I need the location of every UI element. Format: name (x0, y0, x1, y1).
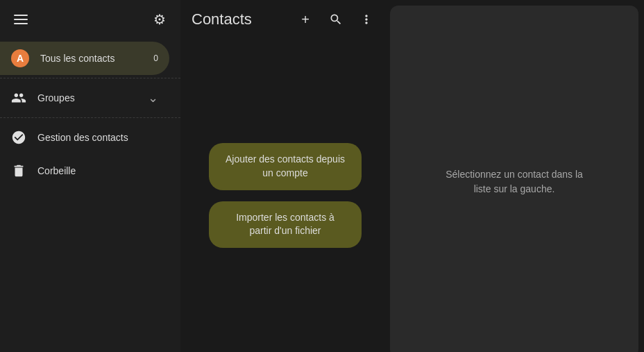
sidebar: ⚙ A Tous les contacts 0 Groupes ⌄ (0, 0, 180, 352)
sidebar-item-label: Groupes (37, 92, 137, 103)
sidebar-item-badge: 0 (144, 53, 158, 63)
right-panel: Sélectionnez un contact dans la liste su… (390, 6, 638, 352)
trash-icon (11, 163, 26, 178)
header-actions: + (293, 7, 379, 32)
sidebar-item-label: Gestion des contacts (37, 132, 158, 143)
hamburger-menu-icon[interactable] (11, 12, 31, 27)
sidebar-header: ⚙ (0, 0, 180, 39)
import-contacts-from-file-button[interactable]: Importer les contacts à partir d'un fich… (209, 201, 362, 248)
add-contacts-from-account-label: Ajouter des contacts depuis un compte (226, 153, 345, 178)
search-button[interactable] (323, 7, 348, 32)
sidebar-item-gestion-des-contacts[interactable]: Gestion des contacts (0, 121, 169, 154)
group-icon (11, 90, 26, 106)
sidebar-item-tous-les-contacts[interactable]: A Tous les contacts 0 (0, 42, 169, 75)
more-options-button[interactable] (354, 7, 379, 32)
nav-divider-2 (0, 117, 180, 118)
nav-divider (0, 78, 180, 78)
sidebar-item-label: Tous les contacts (40, 53, 133, 64)
page-title: Contacts (192, 10, 293, 28)
add-contact-button[interactable]: + (293, 7, 318, 32)
contact-avatar-icon: A (11, 49, 29, 67)
main-header: Contacts + (180, 0, 390, 39)
main-body: Ajouter des contacts depuis un compte Im… (180, 39, 390, 352)
import-contacts-from-file-label: Importer les contacts à partir d'un fich… (236, 212, 334, 237)
sidebar-item-groupes[interactable]: Groupes ⌄ (0, 81, 169, 115)
right-panel-message: Sélectionnez un contact dans la liste su… (438, 167, 591, 196)
main-content: Contacts + Ajouter des contacts depuis u… (180, 0, 390, 352)
manage-contacts-icon (11, 130, 26, 145)
gear-icon[interactable]: ⚙ (150, 10, 169, 29)
sidebar-item-corbeille[interactable]: Corbeille (0, 154, 169, 187)
sidebar-navigation: A Tous les contacts 0 Groupes ⌄ Gestion (0, 39, 180, 190)
add-contacts-from-account-button[interactable]: Ajouter des contacts depuis un compte (209, 143, 362, 190)
chevron-down-icon: ⌄ (148, 90, 158, 106)
sidebar-item-label: Corbeille (37, 165, 158, 176)
